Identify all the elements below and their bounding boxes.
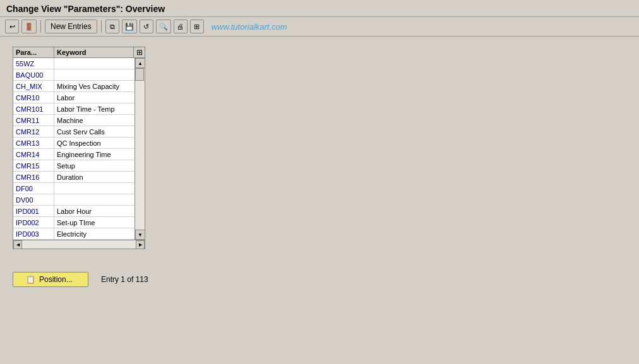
- column-header-keyword: Keyword: [54, 47, 133, 57]
- print-btn[interactable]: 🖨: [174, 20, 188, 33]
- back-icon: ↩: [9, 23, 15, 31]
- table-row[interactable]: CMR13QC Inspection: [13, 138, 134, 149]
- bottom-area: 📋 Position... Entry 1 of 113: [0, 259, 639, 300]
- toolbar: ↩ 🚪 New Entries ⧉ 💾 ↺ 🔍 🖨 ⊞ www.tutorial…: [0, 17, 639, 37]
- column-config-btn[interactable]: ⊞: [133, 47, 145, 57]
- entry-info: Entry 1 of 113: [101, 275, 148, 284]
- scroll-thumb[interactable]: [135, 68, 144, 81]
- title-bar: Change View "Parameters": Overview: [0, 0, 639, 17]
- table-row[interactable]: CMR15Setup: [13, 160, 134, 172]
- cell-param: IPD003: [13, 228, 54, 239]
- cell-keyword: Engineering Time: [54, 149, 134, 160]
- cell-param: IPD002: [13, 217, 54, 228]
- separator-2: [101, 20, 102, 33]
- cell-param: IPD001: [13, 206, 54, 216]
- copy-icon: ⧉: [110, 23, 115, 31]
- copy-btn[interactable]: ⧉: [105, 20, 119, 33]
- page-title: Change View "Parameters": Overview: [6, 4, 633, 14]
- table-row[interactable]: CMR10Labor: [13, 92, 134, 103]
- cell-keyword: Machine: [54, 115, 134, 126]
- cell-keyword: Labor Hour: [54, 206, 134, 216]
- params-table: Para... Keyword ⊞ 55WZBAQU00CH_MIXMixing…: [13, 47, 145, 249]
- exit-btn[interactable]: 🚪: [21, 20, 37, 33]
- cell-keyword: [54, 194, 134, 205]
- watermark: www.tutorialkart.com: [212, 22, 287, 32]
- table-row[interactable]: CMR12Cust Serv Calls: [13, 126, 134, 138]
- position-icon: 📋: [26, 275, 35, 284]
- cell-keyword: Setup: [54, 160, 134, 171]
- cell-keyword: Labor Time - Temp: [54, 103, 134, 114]
- save-icon: 💾: [125, 23, 134, 31]
- cell-keyword: [54, 58, 134, 69]
- cell-keyword: [54, 69, 134, 80]
- table-row[interactable]: IPD002Set-up TIme: [13, 217, 134, 228]
- separator-1: [40, 20, 41, 33]
- cell-keyword: [54, 183, 134, 194]
- table-body: 55WZBAQU00CH_MIXMixing Ves CapacityCMR10…: [13, 58, 134, 240]
- cell-param: CMR11: [13, 115, 54, 126]
- scroll-track: [135, 68, 145, 230]
- cell-keyword: Duration: [54, 172, 134, 182]
- table-row[interactable]: DV00: [13, 194, 134, 206]
- scroll-left-btn[interactable]: ◀: [13, 240, 22, 249]
- cell-param: CMR10: [13, 92, 54, 103]
- cell-param: CMR101: [13, 103, 54, 114]
- save-btn[interactable]: 💾: [122, 20, 137, 33]
- cell-keyword: Set-up TIme: [54, 217, 134, 228]
- table-row[interactable]: CMR16Duration: [13, 172, 134, 183]
- cell-keyword: QC Inspection: [54, 138, 134, 148]
- column-config-icon: ⊞: [136, 48, 143, 57]
- cell-param: BAQU00: [13, 69, 54, 80]
- table-row[interactable]: CMR101Labor Time - Temp: [13, 103, 134, 115]
- table-row[interactable]: DF00: [13, 183, 134, 194]
- position-label: Position...: [39, 275, 73, 284]
- horizontal-scrollbar[interactable]: ◀ ▶: [13, 240, 145, 249]
- undo-btn[interactable]: ↺: [140, 20, 153, 33]
- table-row[interactable]: CMR14Engineering Time: [13, 149, 134, 160]
- table-header: Para... Keyword ⊞: [13, 47, 145, 58]
- cell-param: CMR15: [13, 160, 54, 171]
- cell-keyword: Labor: [54, 92, 134, 103]
- cell-param: DF00: [13, 183, 54, 194]
- scroll-right-btn[interactable]: ▶: [136, 240, 145, 249]
- table-wrapper: 55WZBAQU00CH_MIXMixing Ves CapacityCMR10…: [13, 58, 145, 240]
- new-entries-label: New Entries: [51, 22, 92, 31]
- cell-param: CMR12: [13, 126, 54, 137]
- undo-icon: ↺: [143, 23, 149, 31]
- back-btn[interactable]: ↩: [5, 20, 19, 33]
- scroll-down-btn[interactable]: ▼: [135, 230, 145, 240]
- h-scroll-track: [22, 240, 136, 249]
- main-content: Para... Keyword ⊞ 55WZBAQU00CH_MIXMixing…: [0, 37, 639, 259]
- cell-param: DV00: [13, 194, 54, 205]
- vertical-scrollbar[interactable]: ▲ ▼: [134, 58, 145, 240]
- cell-param: CMR14: [13, 149, 54, 160]
- more-icon: ⊞: [194, 23, 200, 31]
- column-header-param: Para...: [13, 47, 54, 57]
- position-btn[interactable]: 📋 Position...: [13, 272, 88, 287]
- scroll-up-btn[interactable]: ▲: [135, 58, 145, 68]
- find-icon: 🔍: [159, 23, 168, 31]
- more-btn[interactable]: ⊞: [190, 20, 204, 33]
- cell-param: 55WZ: [13, 58, 54, 69]
- table-row[interactable]: 55WZ: [13, 58, 134, 69]
- find-btn[interactable]: 🔍: [156, 20, 171, 33]
- print-icon: 🖨: [177, 23, 184, 30]
- exit-icon: 🚪: [25, 23, 33, 31]
- table-row[interactable]: CMR11Machine: [13, 115, 134, 126]
- cell-keyword: Cust Serv Calls: [54, 126, 134, 137]
- new-entries-btn[interactable]: New Entries: [45, 20, 97, 33]
- table-row[interactable]: IPD001Labor Hour: [13, 206, 134, 217]
- cell-param: CMR13: [13, 138, 54, 148]
- cell-keyword: Electricity: [54, 228, 134, 239]
- table-row[interactable]: IPD003Electricity: [13, 228, 134, 240]
- cell-param: CH_MIX: [13, 81, 54, 91]
- table-row[interactable]: BAQU00: [13, 69, 134, 81]
- cell-param: CMR16: [13, 172, 54, 182]
- table-row[interactable]: CH_MIXMixing Ves Capacity: [13, 81, 134, 92]
- cell-keyword: Mixing Ves Capacity: [54, 81, 134, 91]
